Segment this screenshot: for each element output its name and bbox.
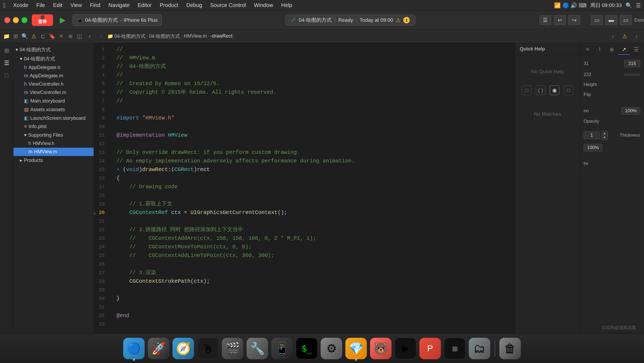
dock-tools[interactable]: 🔧 [247,338,268,359]
sidebar-item-info-plist[interactable]: ≡ Info.plist [13,122,94,131]
qh-icon-file[interactable]: □ [522,85,532,95]
layout-btn-1[interactable]: ☰ [539,15,551,25]
inspector-value-thickness[interactable]: 1 [584,132,600,139]
inspector-value-x[interactable]: 215 [624,60,640,67]
sidebar-toggle[interactable]: 📁 [3,32,10,40]
nav-warning[interactable]: ⚠ [620,32,630,40]
inspector-value-height[interactable] [624,74,640,76]
inspector-stepper[interactable]: ▲ ▼ [601,131,608,140]
breadcrumb-2[interactable]: 04-绘图的方式 [149,33,180,39]
sidebar-item-root[interactable]: ▾ 04-绘图的方式 [13,45,94,54]
breadcrumb-1[interactable]: 04-绘图的方式 [114,33,145,39]
search-btn[interactable]: 🔍 [21,32,28,40]
minimize-button[interactable] [13,17,19,23]
line-content-17: // Drawing code [114,183,515,191]
sidebar-item-viewcontroller-h[interactable]: h ViewController.h [13,80,94,88]
menu-view[interactable]: View [69,2,83,9]
dock-launchpad[interactable]: 🚀 [148,338,169,359]
dock-app2[interactable]: P [419,338,441,359]
qh-icon-square[interactable]: □ [564,85,573,95]
dock-trash[interactable]: 🗑 [499,338,521,359]
menu-file[interactable]: File [35,2,46,9]
add-filter-btn[interactable]: ⊕ [67,32,74,40]
dock-safari[interactable]: 🧭 [173,338,194,359]
dock-app3[interactable]: ◼ [444,338,466,359]
sidebar-item-hmview-h[interactable]: h HMView.h [13,139,94,148]
menu-product[interactable]: Product [158,2,180,9]
dock-finder[interactable]: 🔵 [123,338,145,359]
forward-btn[interactable]: › [96,32,106,40]
filter-btn[interactable]: ≡ [57,32,65,40]
menu-find[interactable]: Find [88,2,102,9]
page-icon[interactable]: ⊞ [2,46,12,56]
dock-quicktime[interactable]: 🎬 [222,338,243,359]
sidebar-item-project[interactable]: ▾ 04-绘图的方式 [13,54,94,63]
menu-debug[interactable]: Debug [185,2,204,9]
find-btn[interactable]: ◫ [76,32,83,40]
hierarchy-btn[interactable]: ⊞ [12,32,19,40]
code-content[interactable]: 1 // 2 // HMView.m 3 // 04-绘图的方式 4 // [94,43,515,347]
inspector-tab-1[interactable]: ≡ [582,45,593,55]
scheme-selector[interactable]: 📱 04-绘图的方式 › iPhone 6s Plus [72,14,162,26]
sidebar-item-main-storyboard[interactable]: ◧ Main.storyboard [13,97,94,105]
inspector-tab-3[interactable]: ⊕ [606,45,617,55]
inspector-tab-2[interactable]: I [594,45,605,55]
dock-app4[interactable]: 🗂 [469,338,490,359]
menu-xcode[interactable]: Xcode [12,2,30,9]
dock-app1[interactable]: ▶ [395,338,416,359]
sidebar-item-viewcontroller-m[interactable]: m ViewController.m [13,88,94,97]
panel-btn-3[interactable]: ▭ [620,15,632,25]
history-btn[interactable]: ⊏ [39,32,47,40]
dock-mouse[interactable]: 🖱 [197,338,219,359]
inspector-percent-1[interactable]: 100% [621,107,640,115]
nav-next[interactable]: › [632,32,641,40]
qh-icon-parens[interactable]: ( ) [536,85,546,95]
nav-prev[interactable]: ‹ [608,32,618,40]
sidebar-item-launch-storyboard[interactable]: ◧ LaunchScreen.storyboard [13,114,94,122]
code-editor[interactable]: 1 // 2 // HMView.m 3 // 04-绘图的方式 4 // [94,43,515,347]
warning-btn[interactable]: ⚠ [30,32,38,40]
sidebar-item-supporting[interactable]: ▾ Supporting Files [13,131,94,139]
menubar-icons: 📶 🔵 🔊 ⌨ [554,2,587,9]
stepper-up[interactable]: ▲ [602,131,608,135]
layout-btn-2[interactable]: ↩ [554,15,566,25]
breadcrumb-3[interactable]: HMView.m [184,33,207,39]
line-content-4: // [114,71,515,79]
menu-source-control[interactable]: Source Control [208,2,247,9]
sidebar-item-appdelegate-h[interactable]: h AppDelegate.h [13,63,94,72]
qh-icon-circle[interactable]: ◉ [550,85,559,95]
list-icon[interactable]: ☰ [636,2,641,9]
sidebar-item-products[interactable]: ▸ Products [13,156,94,165]
bookmark-btn[interactable]: 🔖 [48,32,56,40]
bookmark-icon[interactable]: ☰ [2,58,12,68]
panel-icon-3[interactable]: □ [2,70,12,81]
sidebar-item-assets[interactable]: ▤ Assets.xcassets [13,105,94,114]
maximize-button[interactable] [21,17,27,23]
panel-btn-1[interactable]: ▭ [591,15,603,25]
menu-navigate[interactable]: Navigate [107,2,131,9]
menu-window[interactable]: Window [253,2,275,9]
dock-terminal[interactable]: $_ [296,338,317,359]
dock-iphone[interactable]: 📱 [271,338,293,359]
dock-bear[interactable]: 🐻 [370,338,391,359]
run-button[interactable]: ▶ [55,14,70,26]
sidebar-item-hmview-m[interactable]: m HMView.m [13,148,94,156]
inspector-tab-5[interactable]: ☰ [631,45,642,55]
back-btn[interactable]: ‹ [85,32,94,40]
panel-btn-2[interactable]: ▬ [605,15,617,25]
sidebar-item-appdelegate-m[interactable]: m AppDelegate.m [13,72,94,80]
close-button[interactable] [4,17,10,23]
stepper-down[interactable]: ▼ [602,135,608,140]
breadcrumb-4[interactable]: -drawRect: [210,33,234,39]
inspector-percent-2[interactable]: 100% [584,144,602,151]
stop-button[interactable]: ⬛ 暂停 [32,14,53,26]
layout-btn-3[interactable]: ↪ [568,15,580,25]
dock-prefs[interactable]: ⚙ [321,338,342,359]
menu-editor[interactable]: Editor [136,2,153,9]
code-line-27: 27 // 3.渲染 [94,268,515,277]
inspector-tab-4[interactable]: ↗ [619,45,630,55]
search-icon[interactable]: 🔍 [625,2,632,9]
menu-edit[interactable]: Edit [52,2,64,9]
menu-help[interactable]: Help [280,2,294,9]
dock-sketch[interactable]: 💎 [345,338,367,359]
